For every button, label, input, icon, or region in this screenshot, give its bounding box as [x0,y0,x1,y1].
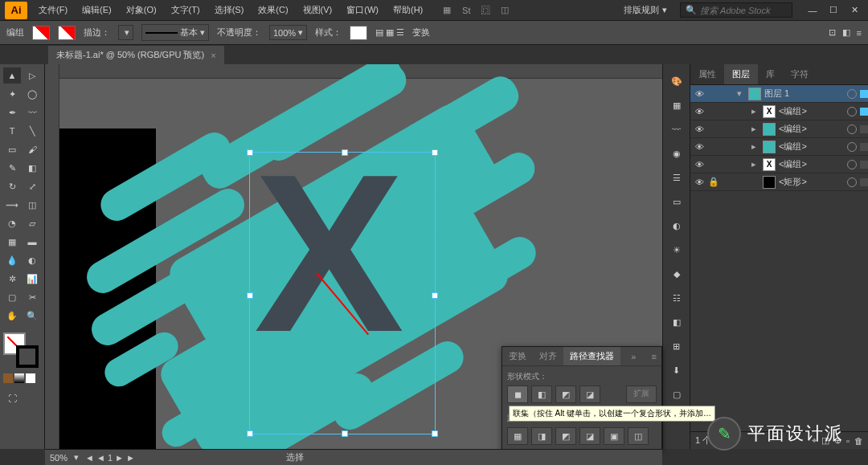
stroke-color[interactable] [16,345,39,368]
scale-tool[interactable]: ⤢ [23,178,41,194]
minus-front-button[interactable]: ◧ [531,385,552,403]
selection-indicator[interactable] [860,161,868,169]
arrange2-icon[interactable]: ◫ [498,4,511,17]
transform-panel-icon[interactable]: ⊞ [669,339,684,353]
align-panel-icon[interactable]: ☷ [669,291,684,305]
type-tool[interactable]: T [3,123,21,139]
layer-row[interactable]: 👁 ▸ X <编组> [690,156,868,173]
none-mode-btn[interactable] [26,373,35,383]
transparency-panel-icon[interactable]: ◐ [669,218,684,233]
lock-toggle[interactable]: 🔒 [708,177,719,187]
layer-name[interactable]: <编组> [779,105,844,117]
layer-name[interactable]: <矩形> [779,176,844,188]
selection-indicator[interactable] [860,143,868,151]
brush-dd[interactable]: 基本▾ [141,24,209,41]
symbol-sprayer-tool[interactable]: ✲ [3,271,21,287]
selection-indicator[interactable] [860,125,868,133]
unite-button[interactable]: ◼ [507,385,528,403]
zoom-tool[interactable]: 🔍 [23,308,41,324]
graph-tool[interactable]: 📊 [23,271,41,287]
layer-name[interactable]: <编组> [779,141,844,153]
menu-edit[interactable]: 编辑(E) [76,1,118,19]
expand-button[interactable]: 扩展 [626,385,657,403]
visibility-toggle[interactable]: 👁 [694,177,705,187]
paintbrush-tool[interactable]: 🖌 [23,141,41,157]
close-button[interactable]: ✕ [847,3,862,18]
menu-view[interactable]: 视图(V) [297,1,339,19]
layer-row[interactable]: 👁 ▸ X <编组> [690,103,868,120]
gradient-tool[interactable]: ▬ [23,234,41,250]
stroke-weight-dd[interactable]: ▾ [118,25,133,40]
target-icon[interactable] [847,177,857,187]
shape-builder-tool[interactable]: ◔ [3,215,21,231]
search-stock[interactable]: 🔍 [680,2,792,18]
target-icon[interactable] [847,142,857,152]
menu-file[interactable]: 文件(F) [32,1,74,19]
selection-indicator[interactable] [860,90,868,98]
gradient-panel-icon[interactable]: ▭ [669,194,684,209]
visibility-toggle[interactable]: 👁 [694,107,705,116]
exclude-button[interactable]: ◪ [579,385,600,403]
pf-collapse-icon[interactable]: » [626,349,641,365]
layer-row[interactable]: 👁 ▸ <编组> [690,120,868,138]
pathfinder-panel-icon[interactable]: ◧ [669,315,684,329]
search-input[interactable] [700,6,787,15]
artboards-panel-icon[interactable]: ▢ [669,387,684,402]
direct-selection-tool[interactable]: ▷ [23,67,41,84]
stroke-panel-icon[interactable]: ☰ [669,170,684,185]
opacity-dd[interactable]: 100%▾ [269,25,307,40]
menu-icon[interactable]: ≡ [857,28,862,38]
layer-name[interactable]: 图层 1 [764,88,844,100]
gradient-mode-btn[interactable] [14,373,24,383]
swatches-panel-icon[interactable]: ▦ [669,98,684,112]
tab-close-icon[interactable]: × [211,51,215,60]
eyedropper-tool[interactable]: 💧 [3,252,21,268]
transform-label[interactable]: 变换 [412,27,430,39]
appearance-panel-icon[interactable]: ☀ [669,243,684,257]
selection-indicator[interactable] [860,178,868,186]
artboard-tool[interactable]: ▢ [3,289,21,305]
rectangle-tool[interactable]: ▭ [3,141,21,157]
line-tool[interactable]: ╲ [23,123,41,139]
pf-menu-icon[interactable]: ≡ [647,349,661,365]
stroke-swatch[interactable] [58,26,76,40]
selection-indicator[interactable] [860,108,868,116]
menu-type[interactable]: 文字(T) [165,1,207,19]
stock-icon[interactable]: St [460,4,473,17]
maximize-button[interactable]: ☐ [826,3,841,18]
curvature-tool[interactable]: 〰 [23,104,41,120]
divide-button[interactable]: ▦ [507,427,528,445]
dock-icon[interactable]: ◧ [842,27,850,38]
rotate-tool[interactable]: ↻ [3,178,21,194]
tab-properties[interactable]: 属性 [690,64,724,84]
menu-object[interactable]: 对象(O) [120,1,163,19]
menu-window[interactable]: 窗口(W) [340,1,385,19]
visibility-toggle[interactable]: 👁 [694,160,705,169]
minimize-button[interactable]: — [805,3,820,18]
graphic-styles-icon[interactable]: ◆ [669,267,684,281]
visibility-toggle[interactable]: 👁 [694,124,705,134]
crop-button[interactable]: ◪ [579,427,600,445]
tab-layers[interactable]: 图层 [724,64,758,84]
document-tab[interactable]: 未标题-1.ai* @ 50% (RGB/GPU 预览) × [48,46,224,64]
target-icon[interactable] [847,107,857,116]
layer-row[interactable]: 👁 🔒 <矩形> [690,173,868,191]
color-control[interactable] [3,332,39,368]
outline-button[interactable]: ▣ [604,427,624,445]
lasso-tool[interactable]: ◯ [23,86,41,102]
visibility-toggle[interactable]: 👁 [694,142,705,152]
layer-row[interactable]: 👁 ▾ 图层 1 [690,85,868,103]
target-icon[interactable] [847,124,857,134]
fill-swatch[interactable] [32,26,50,40]
style-swatch[interactable] [350,26,367,40]
expand-arrow[interactable]: ▸ [751,141,760,152]
pf-tab-pathfinder[interactable]: 路径查找器 [563,347,620,365]
target-icon[interactable] [847,160,857,169]
eraser-tool[interactable]: ◧ [23,160,41,176]
pf-tab-transform[interactable]: 变换 [502,347,533,365]
layer-name[interactable]: <编组> [779,158,844,170]
arrange-icon[interactable]: ⿴ [479,4,492,17]
bridge-icon[interactable]: ▦ [440,4,453,17]
menu-effect[interactable]: 效果(C) [252,1,294,19]
expand-arrow[interactable]: ▾ [737,88,745,99]
